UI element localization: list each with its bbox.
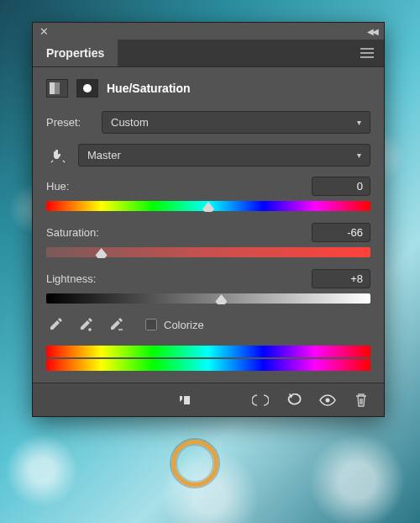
spectrum-preview [46, 346, 370, 371]
svg-rect-1 [55, 82, 60, 94]
chevron-down-icon: ▾ [357, 118, 361, 127]
collapse-icon[interactable]: ◀◀ [367, 27, 377, 36]
adjustment-type-icon[interactable] [46, 79, 68, 98]
channel-dropdown[interactable]: Master ▾ [78, 144, 370, 166]
trash-icon[interactable] [352, 391, 370, 409]
properties-panel: ✕ ◀◀ Properties Hue/Saturation Preset: C… [32, 22, 385, 417]
tab-properties[interactable]: Properties [33, 40, 118, 66]
reset-icon[interactable] [285, 391, 303, 409]
checkbox-box [145, 319, 157, 330]
channel-row: Master ▾ [46, 144, 370, 166]
eyedropper-subtract-icon[interactable] [107, 315, 125, 334]
spectrum-bar-top [46, 346, 370, 357]
visibility-icon[interactable] [318, 391, 337, 409]
panel-titlebar: ✕ ◀◀ [33, 23, 384, 40]
previous-state-icon[interactable] [251, 391, 270, 409]
eyedropper-icon[interactable] [46, 315, 65, 334]
saturation-slider-track[interactable] [46, 247, 370, 257]
preset-dropdown[interactable]: Custom ▾ [102, 111, 370, 134]
clip-to-layer-icon[interactable] [176, 391, 194, 409]
layer-mask-icon[interactable] [76, 79, 98, 98]
svg-rect-2 [60, 82, 65, 94]
lightness-label: Lightness: [46, 272, 96, 285]
lightness-slider-block: Lightness: +8 [46, 269, 370, 304]
panel-body: Hue/Saturation Preset: Custom ▾ Master ▾… [33, 67, 384, 383]
tab-bar: Properties [33, 40, 384, 67]
preset-value: Custom [111, 116, 149, 129]
tutorial-highlight-ring [171, 440, 218, 487]
chevron-down-icon: ▾ [357, 151, 361, 160]
colorize-label: Colorize [164, 319, 204, 331]
preset-row: Preset: Custom ▾ [46, 111, 370, 134]
hue-label: Hue: [46, 180, 69, 193]
colorize-checkbox[interactable]: Colorize [145, 319, 204, 331]
targeted-adjust-icon[interactable] [46, 147, 70, 164]
hue-slider-block: Hue: 0 [46, 177, 370, 211]
lightness-slider-track[interactable] [46, 293, 370, 304]
adjustment-title: Hue/Saturation [107, 82, 191, 95]
panel-menu-icon[interactable] [350, 40, 384, 66]
eyedropper-row: Colorize [46, 315, 370, 334]
svg-point-4 [83, 84, 92, 92]
channel-value: Master [87, 149, 121, 161]
saturation-label: Saturation: [46, 226, 99, 239]
saturation-slider-block: Saturation: -66 [46, 223, 370, 257]
svg-rect-0 [50, 82, 55, 94]
adjustment-title-row: Hue/Saturation [46, 79, 370, 98]
spectrum-bar-bottom [46, 359, 370, 371]
preset-label: Preset: [46, 116, 93, 129]
hue-slider-track[interactable] [46, 201, 370, 211]
hue-value-input[interactable]: 0 [312, 177, 370, 196]
eyedropper-add-icon[interactable] [76, 315, 95, 334]
svg-point-5 [326, 398, 330, 402]
saturation-value-input[interactable]: -66 [312, 223, 370, 242]
close-icon[interactable]: ✕ [39, 25, 49, 38]
lightness-value-input[interactable]: +8 [312, 269, 370, 288]
panel-footer [33, 383, 384, 416]
